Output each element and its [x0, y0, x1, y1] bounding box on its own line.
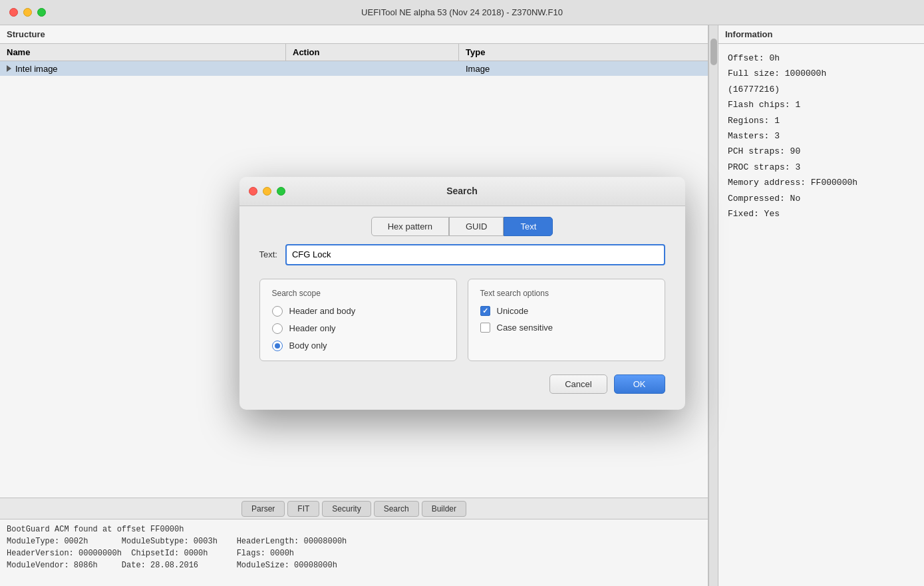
radio-circle-header-body[interactable]	[272, 306, 283, 317]
cancel-button[interactable]: Cancel	[549, 374, 607, 394]
options-row: Search scope Header and body Header only…	[259, 279, 665, 361]
dialog-body: Text: Search scope Header and body Heade…	[239, 244, 685, 361]
dialog-titlebar-buttons	[249, 187, 285, 196]
dialog-close-button[interactable]	[249, 187, 257, 196]
dialog-titlebar: Search	[239, 177, 685, 206]
checkbox-box-case[interactable]	[480, 323, 490, 333]
radio-body-only[interactable]: Body only	[272, 341, 444, 351]
radio-label-body-only: Body only	[289, 341, 327, 351]
checkbox-case-sensitive[interactable]: Case sensitive	[480, 323, 653, 333]
text-search-input[interactable]	[285, 244, 665, 265]
radio-dot-body-only	[275, 343, 280, 349]
radio-header-and-body[interactable]: Header and body	[272, 306, 444, 317]
checkbox-label-unicode: Unicode	[497, 306, 529, 316]
text-options-box: Text search options ✓ Unicode Case sensi…	[468, 279, 665, 361]
radio-header-only[interactable]: Header only	[272, 323, 444, 334]
tab-guid[interactable]: GUID	[449, 217, 504, 236]
dialog-footer: Cancel OK	[239, 361, 685, 394]
checkbox-label-case: Case sensitive	[497, 323, 553, 333]
radio-circle-header-only[interactable]	[272, 323, 283, 334]
tab-text[interactable]: Text	[504, 217, 553, 236]
ok-button[interactable]: OK	[614, 374, 665, 394]
checkbox-unicode[interactable]: ✓ Unicode	[480, 306, 653, 316]
checkmark-unicode: ✓	[482, 307, 488, 315]
dialog-minimize-button[interactable]	[263, 187, 271, 196]
radio-label-header-only: Header only	[289, 323, 336, 333]
search-scope-box: Search scope Header and body Header only…	[259, 279, 457, 361]
text-input-row: Text:	[259, 244, 665, 265]
dialog-maximize-button[interactable]	[277, 187, 285, 196]
radio-circle-body-only[interactable]	[272, 341, 283, 351]
radio-label-header-body: Header and body	[289, 306, 356, 316]
search-dialog: Search Hex pattern GUID Text Text: Searc…	[239, 177, 685, 410]
text-field-label: Text:	[259, 249, 277, 259]
text-options-title: Text search options	[480, 289, 653, 298]
dialog-tabs: Hex pattern GUID Text	[239, 217, 685, 236]
modal-overlay: Search Hex pattern GUID Text Text: Searc…	[0, 0, 924, 586]
search-scope-title: Search scope	[272, 289, 444, 298]
tab-hex-pattern[interactable]: Hex pattern	[371, 217, 449, 236]
checkbox-box-unicode[interactable]: ✓	[480, 306, 490, 316]
dialog-title: Search	[446, 186, 478, 196]
